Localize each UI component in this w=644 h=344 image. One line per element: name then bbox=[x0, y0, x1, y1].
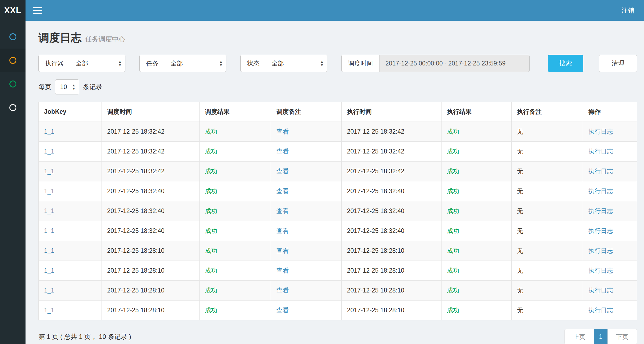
navbar-main: 注销 bbox=[26, 0, 644, 21]
table-row: 1_12017-12-25 18:32:40成功查看2017-12-25 18:… bbox=[39, 221, 637, 241]
exec-result: 成功 bbox=[447, 227, 459, 234]
job-filter-label: 任务 bbox=[139, 55, 165, 72]
job-key-link[interactable]: 1_1 bbox=[44, 168, 54, 175]
clear-button[interactable]: 清理 bbox=[599, 55, 637, 72]
app-logo[interactable]: XXL bbox=[0, 0, 26, 21]
status-filter-group: 状态 全部 ▲▼ bbox=[240, 55, 327, 72]
column-header: 调度时间 bbox=[102, 102, 200, 122]
dispatch-remark-link[interactable]: 查看 bbox=[276, 128, 289, 135]
prev-page-button[interactable]: 上页 bbox=[565, 329, 594, 344]
job-filter-group: 任务 全部 ▲▼ bbox=[139, 55, 226, 72]
table-row: 1_12017-12-25 18:32:42成功查看2017-12-25 18:… bbox=[39, 122, 637, 142]
exec-time: 2017-12-25 18:32:40 bbox=[342, 221, 442, 241]
job-key-link[interactable]: 1_1 bbox=[44, 148, 54, 155]
exec-time: 2017-12-25 18:28:10 bbox=[342, 241, 442, 261]
select-value: 全部 bbox=[171, 59, 183, 68]
exec-log-link[interactable]: 执行日志 bbox=[588, 247, 613, 254]
dispatch-time: 2017-12-25 18:28:10 bbox=[102, 241, 200, 261]
job-key-link[interactable]: 1_1 bbox=[44, 227, 54, 234]
dispatch-result: 成功 bbox=[205, 247, 217, 254]
logout-link[interactable]: 注销 bbox=[621, 6, 634, 15]
exec-time: 2017-12-25 18:32:40 bbox=[342, 181, 442, 201]
exec-time: 2017-12-25 18:32:42 bbox=[342, 142, 442, 162]
main-content: 调度日志任务调度中心 执行器 全部 ▲▼ 任务 全部 ▲▼ 状态 全部 ▲▼ 调 bbox=[26, 21, 644, 344]
dispatch-result: 成功 bbox=[205, 207, 217, 214]
dispatch-remark-link[interactable]: 查看 bbox=[276, 188, 289, 195]
dispatch-time: 2017-12-25 18:32:40 bbox=[102, 181, 200, 201]
dispatch-remark-link[interactable]: 查看 bbox=[276, 287, 289, 294]
exec-time: 2017-12-25 18:28:10 bbox=[342, 261, 442, 281]
current-page-button[interactable]: 1 bbox=[594, 329, 608, 344]
circle-outline-icon bbox=[9, 57, 16, 64]
sidebar-item-2[interactable] bbox=[0, 49, 26, 72]
column-header: 调度备注 bbox=[271, 102, 342, 122]
dispatch-time: 2017-12-25 18:32:40 bbox=[102, 201, 200, 221]
top-navbar: XXL 注销 bbox=[0, 0, 644, 21]
page-size-select[interactable]: 10 ▲▼ bbox=[55, 79, 79, 94]
sidebar-item-4[interactable] bbox=[0, 96, 26, 119]
dispatch-result: 成功 bbox=[205, 267, 217, 274]
exec-log-link[interactable]: 执行日志 bbox=[588, 287, 613, 294]
executor-filter-select[interactable]: 全部 ▲▼ bbox=[70, 55, 125, 72]
circle-outline-icon bbox=[9, 33, 16, 40]
dispatch-remark-link[interactable]: 查看 bbox=[276, 227, 289, 234]
job-filter-select[interactable]: 全部 ▲▼ bbox=[165, 55, 226, 72]
dispatch-time: 2017-12-25 18:28:10 bbox=[102, 261, 200, 281]
status-filter-label: 状态 bbox=[240, 55, 266, 72]
exec-log-link[interactable]: 执行日志 bbox=[588, 168, 613, 175]
exec-log-link[interactable]: 执行日志 bbox=[588, 148, 613, 155]
next-page-button[interactable]: 下页 bbox=[607, 329, 637, 344]
column-header: 调度结果 bbox=[200, 102, 271, 122]
select-arrows-icon: ▲▼ bbox=[118, 60, 122, 67]
page-subtitle: 任务调度中心 bbox=[85, 35, 125, 43]
job-key-link[interactable]: 1_1 bbox=[44, 188, 54, 195]
search-button[interactable]: 搜索 bbox=[548, 55, 583, 72]
table-row: 1_12017-12-25 18:28:10成功查看2017-12-25 18:… bbox=[39, 241, 637, 261]
dispatch-remark-link[interactable]: 查看 bbox=[276, 307, 289, 314]
exec-remark: 无 bbox=[512, 301, 583, 320]
exec-log-link[interactable]: 执行日志 bbox=[588, 227, 613, 234]
job-key-link[interactable]: 1_1 bbox=[44, 128, 54, 135]
dispatch-remark-link[interactable]: 查看 bbox=[276, 267, 289, 274]
exec-log-link[interactable]: 执行日志 bbox=[588, 267, 613, 274]
table-row: 1_12017-12-25 18:28:10成功查看2017-12-25 18:… bbox=[39, 281, 637, 301]
log-table-head: JobKey调度时间调度结果调度备注执行时间执行结果执行备注操作 bbox=[39, 102, 637, 122]
dispatch-result: 成功 bbox=[205, 128, 217, 135]
select-value: 全部 bbox=[76, 59, 88, 68]
dispatch-time: 2017-12-25 18:32:42 bbox=[102, 162, 200, 181]
filter-toolbar: 执行器 全部 ▲▼ 任务 全部 ▲▼ 状态 全部 ▲▼ 调度时间 搜索 清理 bbox=[38, 55, 637, 72]
job-key-link[interactable]: 1_1 bbox=[44, 287, 54, 294]
exec-remark: 无 bbox=[512, 201, 583, 221]
time-range-input[interactable] bbox=[379, 55, 530, 72]
time-filter-group: 调度时间 bbox=[341, 55, 530, 72]
dispatch-remark-link[interactable]: 查看 bbox=[276, 207, 289, 214]
exec-time: 2017-12-25 18:32:42 bbox=[342, 122, 442, 142]
page-size-suffix: 条记录 bbox=[83, 83, 102, 91]
table-row: 1_12017-12-25 18:32:40成功查看2017-12-25 18:… bbox=[39, 181, 637, 201]
dispatch-result: 成功 bbox=[205, 307, 217, 314]
exec-result: 成功 bbox=[447, 267, 459, 274]
page-title: 调度日志 bbox=[38, 32, 81, 43]
table-row: 1_12017-12-25 18:32:42成功查看2017-12-25 18:… bbox=[39, 162, 637, 181]
job-key-link[interactable]: 1_1 bbox=[44, 247, 54, 254]
exec-log-link[interactable]: 执行日志 bbox=[588, 207, 613, 214]
sidebar-item-3[interactable] bbox=[0, 72, 26, 96]
job-key-link[interactable]: 1_1 bbox=[44, 207, 54, 214]
exec-log-link[interactable]: 执行日志 bbox=[588, 128, 613, 135]
dispatch-time: 2017-12-25 18:32:40 bbox=[102, 221, 200, 241]
job-key-link[interactable]: 1_1 bbox=[44, 307, 54, 314]
dispatch-remark-link[interactable]: 查看 bbox=[276, 168, 289, 175]
status-filter-select[interactable]: 全部 ▲▼ bbox=[266, 55, 327, 72]
hamburger-menu-icon[interactable] bbox=[33, 5, 42, 16]
sidebar-item-1[interactable] bbox=[0, 25, 26, 49]
table-row: 1_12017-12-25 18:28:10成功查看2017-12-25 18:… bbox=[39, 301, 637, 320]
exec-remark: 无 bbox=[512, 241, 583, 261]
select-arrows-icon: ▲▼ bbox=[72, 83, 75, 90]
exec-remark: 无 bbox=[512, 181, 583, 201]
exec-log-link[interactable]: 执行日志 bbox=[588, 188, 613, 195]
column-header: JobKey bbox=[39, 102, 102, 122]
exec-log-link[interactable]: 执行日志 bbox=[588, 307, 613, 314]
dispatch-remark-link[interactable]: 查看 bbox=[276, 247, 289, 254]
dispatch-remark-link[interactable]: 查看 bbox=[276, 148, 289, 155]
job-key-link[interactable]: 1_1 bbox=[44, 267, 54, 274]
